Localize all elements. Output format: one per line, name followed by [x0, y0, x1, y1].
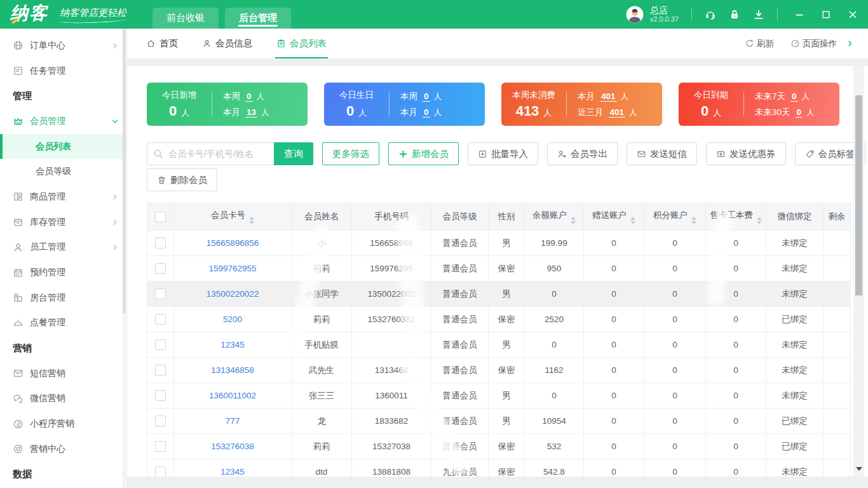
- column-header[interactable]: 积分账户: [644, 203, 706, 231]
- stat-detail-value[interactable]: 401: [600, 92, 617, 102]
- sidebar-item-members[interactable]: 会员管理: [0, 109, 126, 134]
- sort-desc-icon[interactable]: [691, 221, 696, 224]
- row-checkbox[interactable]: [155, 314, 166, 325]
- column-header[interactable]: 售卡工本费: [706, 203, 766, 231]
- sort-asc-icon[interactable]: [249, 217, 254, 220]
- cell-name: 莉莉: [292, 307, 352, 332]
- scrollbar-thumb[interactable]: [855, 95, 862, 295]
- select-all-checkbox[interactable]: [155, 212, 166, 222]
- sidebar-scrollbar[interactable]: [123, 29, 126, 488]
- stat-card-birthdays-today[interactable]: 今日生日0人本周0人本月0人: [324, 83, 485, 126]
- chevron-right-icon[interactable]: [846, 39, 854, 48]
- stat-detail-value[interactable]: 0: [423, 107, 430, 118]
- batch-import-button[interactable]: 批量导入: [468, 142, 538, 165]
- sort-toggle[interactable]: [249, 217, 254, 224]
- row-checkbox[interactable]: [155, 365, 166, 376]
- column-header[interactable]: 余额账户: [525, 203, 584, 231]
- sort-asc-icon[interactable]: [757, 217, 762, 220]
- sort-toggle[interactable]: [630, 217, 635, 224]
- sidebar-item-wechat-marketing[interactable]: 微信营销: [0, 386, 126, 412]
- sidebar-item-tasks[interactable]: 任务管理: [0, 58, 126, 84]
- stat-detail-value[interactable]: 0: [245, 92, 253, 102]
- stat-card-expiring-today[interactable]: 今日到期0人未来7天0人未来30天0人: [679, 83, 839, 126]
- add-member-button[interactable]: 新增会员: [388, 142, 459, 165]
- sort-desc-icon[interactable]: [249, 221, 254, 224]
- content-scrollbar[interactable]: [853, 66, 864, 477]
- stat-detail-value[interactable]: 13: [245, 107, 257, 118]
- column-header[interactable]: 赠送账户: [584, 203, 644, 231]
- sidebar-item-inventory[interactable]: 库存管理: [0, 210, 126, 235]
- maximize-button[interactable]: [821, 10, 831, 20]
- sort-toggle[interactable]: [571, 217, 576, 224]
- lock-icon[interactable]: [729, 9, 740, 20]
- member-card-link[interactable]: 1360011002: [209, 391, 256, 400]
- row-checkbox[interactable]: [155, 416, 166, 426]
- sort-toggle[interactable]: [757, 217, 762, 224]
- row-checkbox[interactable]: [155, 466, 166, 477]
- sidebar-item-dining[interactable]: 点餐管理: [0, 311, 126, 336]
- refresh-button[interactable]: 刷新: [745, 38, 774, 50]
- member-card-link[interactable]: 15665896856: [207, 238, 259, 248]
- member-card-link[interactable]: 153276038: [211, 442, 254, 451]
- stat-card-no-spend-this-week[interactable]: 本周未消费413人本月401人近三月401人: [501, 83, 662, 126]
- row-checkbox[interactable]: [155, 441, 166, 452]
- member-card-link[interactable]: 13500220022: [207, 289, 259, 299]
- support-icon[interactable]: [705, 9, 716, 20]
- member-card-link[interactable]: 12345: [220, 467, 245, 477]
- sort-desc-icon[interactable]: [630, 221, 635, 224]
- sort-asc-icon[interactable]: [691, 217, 696, 220]
- scrollbar-down-arrow[interactable]: [856, 467, 862, 471]
- tab-home[interactable]: 首页: [146, 29, 178, 58]
- select-all-header[interactable]: [147, 203, 174, 231]
- member-card-link[interactable]: 1599762955: [208, 264, 256, 273]
- row-checkbox[interactable]: [155, 390, 166, 401]
- page-actions-button[interactable]: 页面操作: [790, 38, 837, 50]
- sort-toggle[interactable]: [691, 217, 696, 224]
- delete-member-button[interactable]: 删除会员: [147, 168, 217, 191]
- member-card-link[interactable]: 777: [226, 416, 240, 426]
- stat-card-new-members-today[interactable]: 今日新增0人本周0人本月13人: [147, 83, 308, 126]
- member-export-button[interactable]: 会员导出: [547, 142, 618, 165]
- stat-detail-value[interactable]: 0: [423, 92, 430, 102]
- sort-desc-icon[interactable]: [757, 221, 762, 224]
- download-icon[interactable]: [753, 9, 764, 20]
- nav-tab-front-cashier[interactable]: 前台收银: [153, 8, 219, 29]
- avatar[interactable]: [626, 6, 644, 24]
- stat-detail-value[interactable]: 401: [609, 107, 626, 118]
- sort-desc-icon[interactable]: [571, 221, 576, 224]
- sort-asc-icon[interactable]: [571, 217, 576, 220]
- member-search-input[interactable]: [147, 142, 274, 165]
- sidebar-subitem-member-level[interactable]: 会员等级: [0, 159, 126, 184]
- column-header[interactable]: 会员卡号: [174, 203, 292, 231]
- scrollbar-thumb[interactable]: [123, 29, 126, 313]
- sidebar-item-goods[interactable]: 商品管理: [0, 184, 126, 210]
- store-name[interactable]: 总店: [650, 5, 679, 15]
- query-button[interactable]: 查询: [274, 142, 313, 165]
- sidebar-item-rooms[interactable]: 房台管理: [0, 285, 126, 311]
- stat-detail-value[interactable]: 0: [790, 92, 798, 102]
- tab-member-info[interactable]: 会员信息: [202, 29, 252, 58]
- close-button[interactable]: [848, 10, 858, 20]
- sidebar-item-reservation[interactable]: 预约管理: [0, 260, 126, 285]
- member-card-link[interactable]: 12345: [220, 340, 245, 349]
- row-checkbox[interactable]: [155, 339, 166, 350]
- sidebar-item-marketing-center[interactable]: 营销中心: [0, 437, 126, 462]
- minimize-button[interactable]: [794, 10, 804, 20]
- member-card-link[interactable]: 5200: [223, 315, 242, 324]
- tab-member-list[interactable]: 会员列表: [276, 29, 327, 58]
- sidebar-item-orders[interactable]: 订单中心: [0, 33, 126, 58]
- sidebar-item-sms-marketing[interactable]: 短信营销: [0, 361, 126, 386]
- sidebar-subitem-member-list[interactable]: 会员列表: [0, 134, 126, 159]
- stat-detail-value[interactable]: 0: [796, 107, 803, 118]
- sort-asc-icon[interactable]: [630, 217, 635, 220]
- row-checkbox[interactable]: [155, 238, 166, 248]
- row-checkbox[interactable]: [155, 263, 166, 274]
- more-filters-button[interactable]: 更多筛选: [322, 142, 379, 165]
- send-sms-button[interactable]: 发送短信: [627, 142, 697, 165]
- send-coupon-button[interactable]: 发送优惠券: [706, 142, 786, 165]
- row-checkbox[interactable]: [155, 288, 166, 299]
- sidebar-item-staff[interactable]: 员工管理: [0, 235, 126, 261]
- member-card-link[interactable]: 131346858: [211, 365, 254, 375]
- sidebar-item-miniprogram-marketing[interactable]: 小程序营销: [0, 411, 126, 437]
- nav-tab-backoffice[interactable]: 后台管理: [225, 8, 291, 29]
